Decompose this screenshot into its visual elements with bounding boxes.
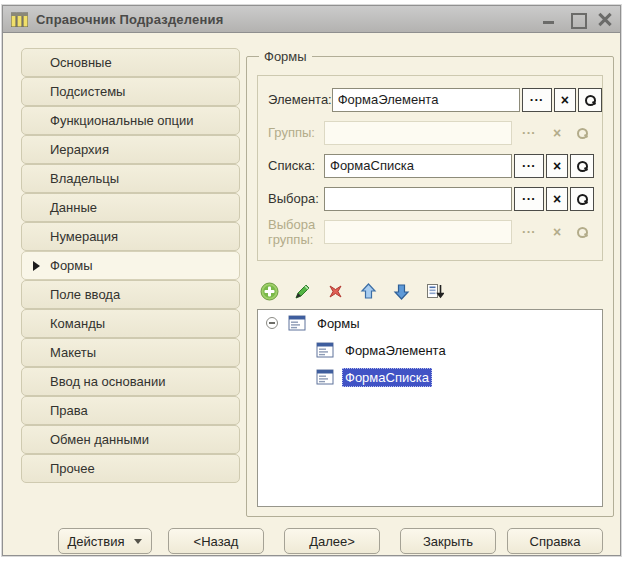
page: Справочник Подразделения Основные Подсис… [0,0,626,564]
search-icon [576,226,588,238]
tab-funkcionalnye-opcii[interactable]: Функциональные опции [21,106,240,135]
clear-button[interactable]: × [554,88,576,112]
search-icon [576,127,588,139]
tab-vladeltsy[interactable]: Владельцы [21,164,240,193]
titlebar: Справочник Подразделения [3,6,620,33]
tab-label: Права [50,403,88,418]
tree-row-forms[interactable]: Формы [258,310,602,337]
field-label: Группы: [268,125,324,140]
select-button[interactable]: ... [514,154,544,178]
tab-vvod-na-osnovanii[interactable]: Ввод на основании [21,367,240,396]
dropdown-arrow-icon [134,539,142,544]
form-icon [316,342,334,358]
field-buttons: ... × [514,187,594,211]
field-row-group: Группы: ... × [268,116,594,149]
tab-label: Команды [50,316,105,331]
close-button[interactable]: Закрыть [400,528,496,554]
open-button[interactable] [578,88,602,112]
tree-row-forma-elementa[interactable]: ФормаЭлемента [258,337,602,364]
tab-makety[interactable]: Макеты [21,338,240,367]
tab-osnovnye[interactable]: Основные [21,48,240,77]
search-icon [576,193,588,205]
open-button[interactable] [570,187,594,211]
button-label: Закрыть [423,534,473,549]
button-label: Действия [68,534,125,549]
clear-button[interactable]: × [546,187,568,211]
tree-node-label-selected[interactable]: ФормаСписка [342,368,432,387]
tree-node-label[interactable]: Формы [314,314,363,333]
tab-ierarhiya[interactable]: Иерархия [21,135,240,164]
tab-formy[interactable]: Формы [21,251,240,280]
help-button[interactable]: Справка [507,528,603,554]
select-button[interactable]: ... [522,88,552,112]
groupbox-legend: Формы [259,49,312,64]
tab-prava[interactable]: Права [21,396,240,425]
tab-podsistemy[interactable]: Подсистемы [21,77,240,106]
form-icon [316,369,334,385]
tab-label: Ввод на основании [50,374,165,389]
group-choice-form-input [324,220,512,244]
tab-label: Поле ввода [50,287,120,302]
tab-label: Нумерация [50,229,118,244]
actions-button[interactable]: Действия [58,528,152,554]
tab-komandy[interactable]: Команды [21,309,240,338]
list-form-input[interactable] [324,154,512,178]
tab-pole-vvoda[interactable]: Поле ввода [21,280,240,309]
field-buttons: ... × [514,154,594,178]
minimize-icon[interactable] [542,12,556,26]
choice-form-input[interactable] [324,187,512,211]
tab-obmen-dannymi[interactable]: Обмен данными [21,425,240,454]
clear-button: × [546,220,568,244]
field-buttons: ... × [514,220,594,244]
open-button [570,121,594,145]
close-icon[interactable] [598,12,612,26]
field-label: Элемента: [268,92,332,107]
move-up-icon[interactable] [358,281,378,301]
select-button[interactable]: ... [514,187,544,211]
field-buttons: ... × [514,121,594,145]
search-icon [576,160,588,172]
tab-numeraciya[interactable]: Нумерация [21,222,240,251]
move-down-icon[interactable] [391,281,411,301]
select-button: ... [514,121,544,145]
tree-toolbar [259,279,444,303]
clear-button: × [546,121,568,145]
dialog-window: Справочник Подразделения Основные Подсис… [2,5,621,556]
set-order-icon[interactable] [424,281,444,301]
form-icon [288,315,306,331]
search-icon [584,94,596,106]
window-controls [542,12,612,26]
collapse-icon[interactable] [266,317,278,329]
edit-icon[interactable] [292,281,312,301]
tree-row-forma-spiska[interactable]: ФормаСписка [258,364,602,391]
open-button[interactable] [570,154,594,178]
field-row-choice: Выбора: ... × [268,182,594,215]
tab-prochee[interactable]: Прочее [21,454,240,483]
field-row-list: Списка: ... × [268,149,594,182]
button-label: Справка [530,534,581,549]
form-fields-panel: Элемента: ... × Группы: ... × [257,75,603,261]
back-button[interactable]: <Назад [168,528,264,554]
tab-label: Владельцы [50,171,119,186]
tab-label: Прочее [50,461,95,476]
delete-icon[interactable] [325,281,345,301]
element-form-input[interactable] [332,88,520,112]
clear-button[interactable]: × [546,154,568,178]
select-button: ... [514,220,544,244]
open-button [570,220,594,244]
button-label: Далее> [309,534,355,549]
tab-label: Подсистемы [50,84,125,99]
active-tab-arrow-icon [33,261,40,271]
add-icon[interactable] [259,281,279,301]
window-title: Справочник Подразделения [36,12,224,27]
maximize-icon[interactable] [570,12,584,26]
tab-label: Макеты [50,345,96,360]
next-button[interactable]: Далее> [284,528,380,554]
forms-tree: Формы ФормаЭлемента [257,309,603,507]
sidebar-tabs: Основные Подсистемы Функциональные опции… [21,48,240,483]
tab-dannye[interactable]: Данные [21,193,240,222]
tab-label: Формы [50,258,93,273]
field-label: Выбора группы: [268,217,324,247]
tree-node-label[interactable]: ФормаЭлемента [342,341,449,360]
field-label: Выбора: [268,191,324,206]
